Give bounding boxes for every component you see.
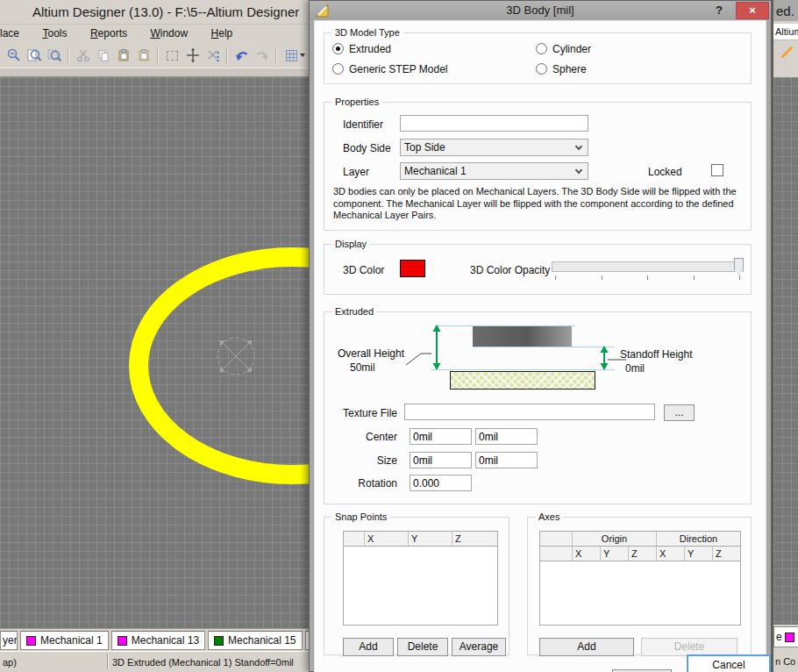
radio-generic-step-model[interactable]: [332, 63, 344, 75]
undo-icon[interactable]: [232, 46, 252, 65]
layer-color-swatch: [118, 636, 127, 646]
menu-window[interactable]: Window: [150, 25, 188, 39]
menu-reports[interactable]: Reports: [90, 25, 127, 39]
background-canvas-fragment: [773, 77, 798, 625]
radio-cylinder-label: Cylinder: [552, 44, 591, 55]
radio-sphere[interactable]: [536, 63, 547, 75]
radio-sphere-label: Sphere: [552, 64, 587, 75]
properties-note: 3D bodies can only be placed on Mechanic…: [333, 186, 749, 222]
close-icon: ×: [749, 4, 756, 17]
axes-delete-button: Delete: [641, 638, 737, 656]
axes-header-columns: X Y Z X Y Z: [540, 547, 740, 561]
browse-button[interactable]: ...: [664, 404, 695, 421]
group-3d-model-type: 3D Model Type: [324, 32, 752, 84]
grid-dropdown-caret: [300, 54, 305, 57]
locked-checkbox[interactable]: [711, 164, 723, 176]
redo-icon[interactable]: [252, 46, 272, 65]
radio-extruded-label: Extruded: [349, 44, 391, 55]
close-button[interactable]: ×: [736, 2, 769, 19]
status-left-fragment: ap): [3, 657, 17, 668]
zoom-out-icon[interactable]: [4, 46, 24, 65]
texture-file-input[interactable]: [404, 404, 655, 420]
layer-label: Layer: [343, 167, 369, 178]
identifier-input[interactable]: [400, 115, 588, 132]
rotation-input[interactable]: [410, 475, 472, 491]
layer-tab-mechanical-13[interactable]: Mechanical 13: [111, 631, 205, 650]
group-legend: Display: [331, 238, 370, 250]
toolbar-separator: [275, 46, 277, 64]
layer-tab-partial[interactable]: yer: [0, 631, 18, 650]
standoff-height-value[interactable]: 0mil: [625, 363, 645, 375]
snap-points-table[interactable]: X Y Z: [343, 531, 498, 626]
toolbar-separator: [68, 46, 69, 64]
menu-place-partial[interactable]: lace: [0, 25, 19, 39]
center-y-input[interactable]: [475, 428, 538, 445]
snap-add-button[interactable]: Add: [343, 638, 394, 656]
identifier-label: Identifier: [343, 119, 383, 131]
paste-icon[interactable]: [113, 46, 133, 65]
opacity-slider-ticks: [555, 275, 740, 280]
axes-add-button[interactable]: Add: [539, 638, 634, 656]
layer-color-swatch: [26, 636, 36, 646]
locked-label: Locked: [648, 167, 682, 178]
radio-generic-step-label: Generic STEP Model: [349, 64, 448, 75]
board-diagram: [450, 371, 595, 390]
layer-select[interactable]: Mechanical 1: [400, 162, 588, 180]
center-label: Center: [334, 432, 397, 443]
overall-height-value[interactable]: 50mil: [350, 362, 375, 374]
toolbar-separator: [157, 46, 159, 64]
group-legend: Axes: [535, 511, 563, 523]
overall-height-label: Overall Height: [334, 348, 404, 360]
background-document-tab-fragment: Altium: [773, 24, 798, 40]
size-x-input[interactable]: [410, 452, 472, 468]
status-message: 3D Extruded (Mechanical 1) Standoff=0mil: [112, 657, 294, 668]
standoff-height-label: Standoff Height: [620, 349, 693, 361]
body-side-select[interactable]: Top Side: [400, 139, 588, 156]
menu-tools[interactable]: Tools: [42, 25, 67, 39]
3d-color-swatch[interactable]: [400, 260, 425, 277]
zoom-area-icon[interactable]: [44, 46, 64, 65]
radio-extruded[interactable]: [332, 43, 344, 54]
copy-icon[interactable]: [93, 46, 113, 65]
main-window-title: Altium Designer (13.0) - F:\5--Altium De…: [32, 4, 299, 19]
cut-icon[interactable]: [73, 46, 93, 65]
rotation-label: Rotation: [334, 478, 397, 490]
3d-color-label: 3D Color: [343, 265, 384, 276]
snap-delete-button[interactable]: Delete: [397, 638, 448, 656]
layer-tab-mechanical-15[interactable]: Mechanical 15: [208, 631, 302, 650]
background-window-title-fragment: ed.: [776, 4, 794, 18]
center-x-input[interactable]: [410, 428, 472, 445]
origin-marker: [217, 338, 254, 375]
paste-special-icon[interactable]: [133, 46, 153, 65]
radio-cylinder[interactable]: [536, 43, 547, 54]
zoom-document-icon[interactable]: [24, 46, 44, 65]
help-button[interactable]: ?: [711, 3, 727, 18]
pencil-icon[interactable]: [780, 46, 793, 58]
body-side-label: Body Side: [343, 143, 391, 154]
selection-rectangle-icon[interactable]: [162, 46, 182, 65]
snap-average-button[interactable]: Average: [452, 638, 506, 656]
background-layer-tab-fragment[interactable]: e: [773, 626, 798, 647]
menu-help[interactable]: Help: [211, 25, 233, 39]
snap-points-header: X Y Z: [344, 532, 497, 547]
status-divider: [107, 654, 109, 669]
background-status-fragment: n Co: [775, 656, 795, 667]
background-window-sliver: ed. Altium e n Co: [772, 0, 798, 672]
extruded-body-diagram: [473, 325, 572, 347]
move-icon[interactable]: [182, 46, 203, 65]
axes-header-groups: Origin Direction: [540, 532, 740, 547]
size-y-input[interactable]: [475, 452, 538, 468]
group-legend: Snap Points: [331, 511, 390, 523]
layer-tab-mechanical-1[interactable]: Mechanical 1: [20, 631, 109, 650]
dialog-3d-body: 3D Body [mil] ? × 3D Model Type Extruded…: [309, 0, 772, 672]
opacity-slider[interactable]: [552, 261, 744, 272]
dialog-title-bar[interactable]: 3D Body [mil] ? ×: [310, 1, 771, 20]
snap-grid-icon[interactable]: [281, 46, 310, 65]
cancel-button[interactable]: Cancel: [687, 654, 771, 672]
group-legend: Properties: [331, 96, 382, 108]
chevron-down-icon: [575, 143, 582, 150]
cross-select-icon[interactable]: [203, 46, 223, 65]
axes-table[interactable]: Origin Direction X Y Z X Y Z: [539, 531, 741, 626]
size-label: Size: [334, 455, 397, 467]
texture-file-label: Texture File: [334, 408, 397, 419]
